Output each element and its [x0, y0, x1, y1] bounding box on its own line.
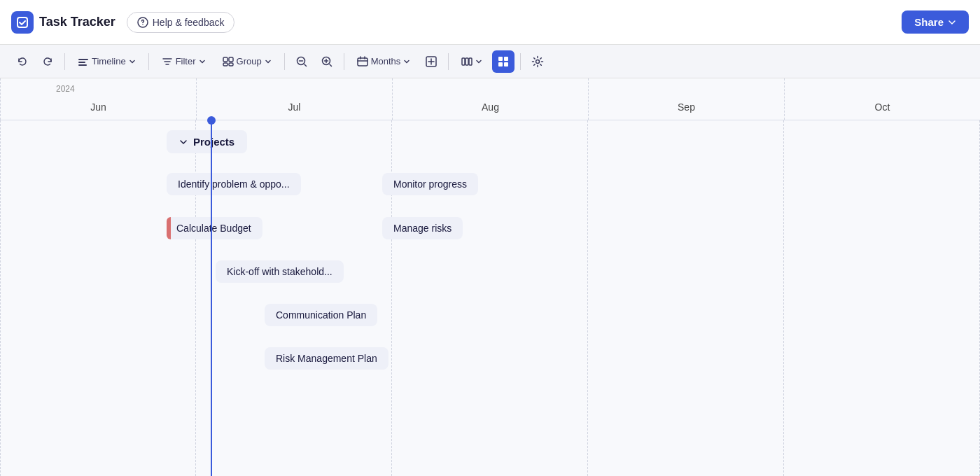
task-item[interactable]: Communication Plan: [265, 304, 377, 326]
today-line: [211, 120, 212, 476]
month-jul: Jul: [197, 78, 393, 120]
filter-icon: [162, 56, 173, 67]
svg-rect-7: [229, 57, 233, 62]
app-logo: Task Tracker: [11, 11, 115, 34]
share-label: Share: [914, 16, 944, 28]
share-button[interactable]: Share: [902, 10, 969, 34]
svg-rect-16: [469, 58, 472, 65]
grid-view-button[interactable]: [492, 50, 514, 73]
filter-chevron-icon: [199, 58, 206, 65]
svg-rect-8: [223, 63, 227, 66]
task-item[interactable]: Identify problem & oppo...: [167, 173, 301, 195]
group-header-projects: Projects: [167, 130, 247, 153]
chevron-down-icon: [948, 18, 956, 27]
svg-rect-12: [358, 58, 368, 66]
svg-point-2: [142, 24, 144, 25]
svg-rect-5: [78, 64, 87, 66]
settings-button[interactable]: [526, 50, 549, 73]
svg-rect-19: [498, 62, 503, 66]
divider-1: [64, 53, 65, 70]
month-aug: Aug: [393, 78, 589, 120]
chevron-down-icon: [179, 138, 188, 146]
timeline-area: 2024 Jun Jul Aug Sep Oct: [0, 78, 980, 476]
divider-3: [284, 53, 285, 70]
months-icon: [357, 56, 368, 67]
help-icon: [137, 17, 148, 28]
columns-icon: [461, 56, 472, 67]
svg-rect-3: [78, 59, 88, 60]
today-dot: [207, 116, 216, 125]
svg-rect-15: [465, 58, 468, 65]
redo-button[interactable]: [36, 50, 59, 73]
grid-col-jun: [0, 120, 196, 476]
undo-button[interactable]: [11, 50, 34, 73]
group-button[interactable]: Group: [216, 52, 279, 71]
timeline-icon: [78, 56, 89, 67]
svg-rect-18: [504, 57, 508, 61]
task-item[interactable]: Monitor progress: [382, 173, 478, 195]
columns-button[interactable]: [454, 52, 489, 71]
task-item[interactable]: Risk Management Plan: [265, 347, 388, 370]
logo-icon: [11, 11, 34, 34]
filter-button[interactable]: Filter: [155, 52, 213, 71]
months-button[interactable]: Months: [350, 52, 418, 71]
grid-col-oct: [784, 120, 980, 476]
divider-4: [344, 53, 344, 70]
group-icon: [223, 56, 234, 67]
zoom-out-button[interactable]: [290, 50, 313, 73]
months-chevron-icon: [403, 58, 410, 65]
grid-col-sep: [588, 120, 784, 476]
help-label: Help & feedback: [153, 17, 225, 28]
group-chevron-icon: [265, 58, 272, 65]
svg-rect-14: [462, 58, 465, 65]
timeline-header: 2024 Jun Jul Aug Sep Oct: [0, 78, 980, 120]
app-name: Task Tracker: [39, 15, 115, 29]
timeline-button[interactable]: Timeline: [71, 52, 143, 71]
divider-5: [448, 53, 449, 70]
task-item-with-bar[interactable]: Calculate Budget: [167, 217, 262, 239]
task-item[interactable]: Manage risks: [382, 217, 463, 239]
month-jun: Jun: [0, 78, 197, 120]
svg-rect-17: [498, 57, 503, 61]
help-feedback-button[interactable]: Help & feedback: [127, 12, 235, 33]
svg-rect-20: [504, 62, 508, 66]
timeline-chevron-icon: [129, 58, 136, 65]
svg-rect-4: [78, 62, 85, 63]
svg-point-21: [536, 59, 540, 63]
columns-chevron-icon: [475, 58, 482, 65]
toolbar: Timeline Filter Group Months: [0, 45, 980, 78]
calendar-fit-button[interactable]: [420, 50, 442, 73]
svg-rect-6: [223, 57, 227, 62]
task-item[interactable]: Kick-off with stakehold...: [216, 260, 344, 283]
svg-rect-9: [229, 63, 233, 66]
divider-6: [520, 53, 521, 70]
divider-2: [148, 53, 149, 70]
month-sep: Sep: [589, 78, 785, 120]
task-bar-indicator: [167, 217, 171, 239]
zoom-in-button[interactable]: [316, 50, 338, 73]
task-calculate-budget[interactable]: Calculate Budget: [167, 217, 262, 239]
month-oct: Oct: [785, 78, 980, 120]
